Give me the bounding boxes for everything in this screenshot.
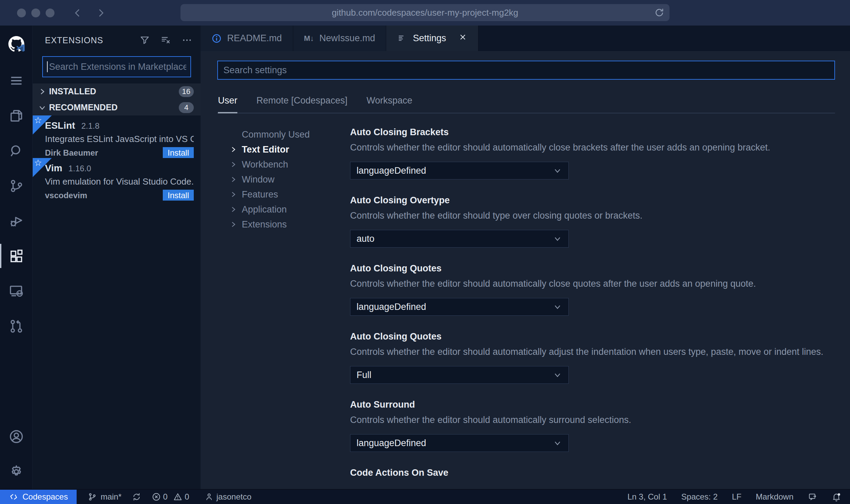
branch-name: main*	[100, 492, 121, 502]
problems-indicator[interactable]: 0 0	[152, 492, 193, 502]
setting-dropdown[interactable]: languageDefined	[350, 434, 569, 452]
chevron-down-icon	[553, 438, 562, 448]
window-close-button[interactable]	[17, 9, 26, 17]
setting-auto-closing-quotes: Auto Closing Quotes Controls whether the…	[350, 263, 835, 316]
toc-commonly-used[interactable]: Commonly Used	[217, 127, 350, 142]
reload-icon[interactable]	[654, 7, 665, 18]
settings-list: Auto Closing Brackets Controls whether t…	[350, 127, 835, 489]
setting-auto-indent: Auto Closing Quotes Controls whether the…	[350, 331, 835, 384]
search-icon[interactable]	[0, 133, 32, 168]
account-icon[interactable]	[0, 419, 32, 454]
chevron-down-icon	[553, 166, 562, 175]
extension-publisher: vscodevim	[45, 191, 163, 200]
toc-application[interactable]: Application	[217, 202, 350, 217]
setting-title: Code Actions On Save	[350, 468, 835, 478]
setting-auto-closing-brackets: Auto Closing Brackets Controls whether t…	[350, 127, 835, 179]
extension-version: 2.1.8	[81, 121, 99, 131]
tab-newissue[interactable]: M↓ NewIssue.md	[293, 26, 387, 51]
install-button[interactable]: Install	[163, 190, 194, 201]
toc-window[interactable]: Window	[217, 172, 350, 187]
extension-item-eslint[interactable]: ☆ ESLint 2.1.8 Integrates ESLint JavaScr…	[33, 115, 201, 158]
feedback-button[interactable]	[808, 492, 817, 502]
chevron-right-icon	[229, 175, 238, 184]
sync-button[interactable]	[132, 492, 141, 502]
editor-group: README.md M↓ NewIssue.md Settings	[201, 26, 850, 489]
settings-gear-icon[interactable]	[0, 454, 32, 489]
chevron-down-icon	[37, 103, 47, 112]
user-indicator[interactable]: jasonetco	[204, 492, 252, 502]
codespaces-remote-indicator[interactable]: Codespaces	[0, 490, 77, 504]
extension-item-vim[interactable]: ☆ Vim 1.16.0 Vim emulation for Visual St…	[33, 158, 201, 201]
clear-extensions-search-icon[interactable]	[160, 35, 171, 46]
toc-text-editor[interactable]: Text Editor	[217, 142, 350, 157]
extensions-search-input[interactable]: Search Extensions in Marketplace	[42, 56, 191, 77]
language-mode[interactable]: Markdown	[756, 492, 793, 502]
toc-features[interactable]: Features	[217, 187, 350, 202]
explorer-icon[interactable]	[0, 98, 32, 133]
toc-workbench[interactable]: Workbench	[217, 157, 350, 172]
settings-search-input[interactable]: Search settings	[217, 61, 835, 80]
remote-explorer-icon[interactable]	[0, 273, 32, 309]
chevron-down-icon	[553, 302, 562, 312]
extensions-search-placeholder: Search Extensions in Marketplace	[49, 62, 186, 72]
warning-icon	[173, 492, 183, 502]
setting-dropdown[interactable]: languageDefined	[350, 298, 569, 316]
filter-icon[interactable]	[139, 35, 150, 46]
indentation[interactable]: Spaces: 2	[681, 492, 718, 502]
setting-title: Auto Closing Quotes	[350, 331, 835, 342]
branch-indicator[interactable]: main*	[88, 492, 121, 502]
setting-title: Auto Closing Brackets	[350, 127, 835, 138]
scope-tab-workspace[interactable]: Workspace	[366, 95, 412, 106]
setting-description: Controls whether the editor should autom…	[350, 415, 835, 425]
sync-icon	[132, 492, 141, 502]
tab-settings[interactable]: Settings	[386, 26, 478, 51]
more-actions-icon[interactable]	[182, 35, 192, 46]
branch-icon	[88, 492, 97, 502]
window-controls[interactable]	[17, 9, 54, 17]
setting-description: Controls whether the editor should type …	[350, 210, 835, 221]
eol-indicator[interactable]: LF	[732, 492, 741, 502]
url-bar[interactable]: github.com/codespaces/user-my-project-mg…	[180, 4, 670, 21]
username: jasonetco	[217, 492, 252, 502]
install-button[interactable]: Install	[163, 147, 194, 158]
back-icon[interactable]	[72, 7, 83, 18]
chevron-right-icon	[229, 145, 238, 154]
setting-title: Auto Closing Quotes	[350, 263, 835, 274]
section-label: RECOMMENDED	[49, 103, 179, 112]
tab-label: Settings	[413, 33, 446, 44]
warning-count: 0	[185, 492, 189, 502]
section-recommended[interactable]: RECOMMENDED 4	[33, 99, 201, 115]
window-minimize-button[interactable]	[31, 9, 40, 17]
setting-dropdown[interactable]: languageDefined	[350, 162, 569, 179]
browser-chrome: github.com/codespaces/user-my-project-mg…	[0, 0, 850, 26]
star-icon: ☆	[34, 116, 42, 125]
setting-dropdown[interactable]: Full	[350, 366, 569, 384]
remote-icon	[9, 492, 18, 502]
menu-icon[interactable]	[0, 63, 32, 98]
run-debug-icon[interactable]	[0, 203, 32, 238]
toc-extensions[interactable]: Extensions	[217, 217, 350, 232]
tab-readme[interactable]: README.md	[201, 26, 293, 51]
cursor-position[interactable]: Ln 3, Col 1	[627, 492, 667, 502]
notifications-button[interactable]	[832, 492, 841, 502]
error-count: 0	[163, 492, 168, 502]
browser-window: github.com/codespaces/user-my-project-mg…	[0, 0, 850, 504]
recommended-count-badge: 4	[179, 102, 194, 113]
pull-requests-icon[interactable]	[0, 309, 32, 344]
scope-tab-remote[interactable]: Remote [Codespaces]	[256, 95, 347, 106]
window-zoom-button[interactable]	[46, 9, 54, 17]
extensions-icon[interactable]	[0, 238, 32, 273]
setting-dropdown[interactable]: auto	[350, 230, 569, 248]
bell-icon	[832, 492, 841, 502]
source-control-icon[interactable]	[0, 168, 32, 203]
section-installed[interactable]: INSTALLED 16	[33, 83, 201, 99]
settings-toc: Commonly Used Text Editor Workbench Wind…	[217, 127, 350, 489]
setting-description: Controls whether the editor should autom…	[350, 279, 835, 289]
forward-icon[interactable]	[95, 7, 106, 18]
setting-description: Controls whether the editor should autom…	[350, 347, 835, 357]
settings-editor: Search settings User Remote [Codespaces]…	[201, 51, 850, 489]
scope-tab-user[interactable]: User	[218, 95, 237, 106]
extension-description: Vim emulation for Visual Studio Code...	[45, 176, 194, 187]
close-icon[interactable]	[458, 33, 467, 42]
text-caret	[47, 61, 48, 72]
